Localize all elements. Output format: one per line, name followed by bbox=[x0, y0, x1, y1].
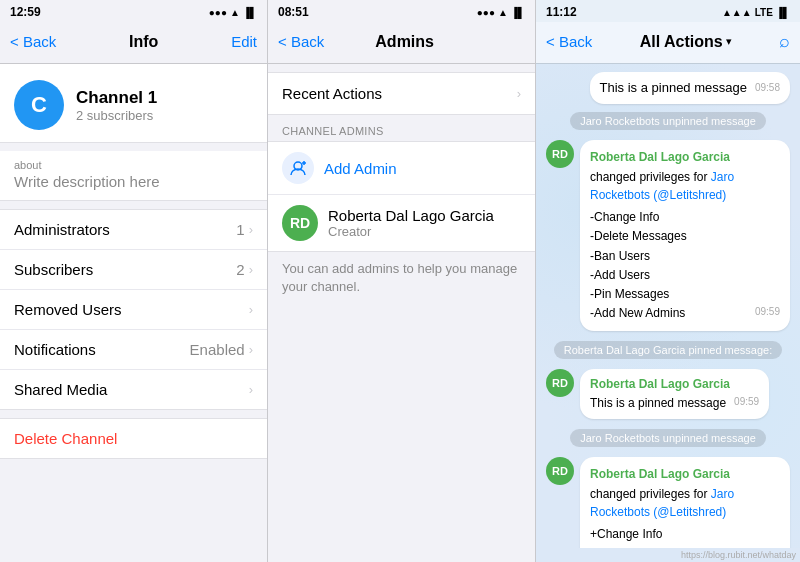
action-link-1: JaroRocketbots (@Letitshred) bbox=[590, 170, 734, 202]
about-value: Write description here bbox=[14, 173, 253, 190]
help-text: You can add admins to help you manage yo… bbox=[268, 252, 535, 306]
battery-icon-3: ▐▌ bbox=[776, 7, 790, 18]
action-time-1: 09:59 bbox=[755, 304, 780, 320]
removed-users-label: Removed Users bbox=[14, 301, 122, 318]
pinned-note-row: RD Roberta Dal Lago Garcia This is a pin… bbox=[546, 369, 790, 419]
status-time-info: 12:59 bbox=[10, 5, 41, 19]
lte-icon: LTE bbox=[755, 7, 773, 18]
status-bar-chat: 11:12 ▲▲▲ LTE ▐▌ bbox=[536, 0, 800, 22]
about-label: about bbox=[14, 159, 253, 171]
system-unpinned-1: Jaro Rocketbots unpinned message bbox=[570, 112, 766, 130]
chevron-recent: › bbox=[517, 86, 521, 101]
nav-title-chat-container[interactable]: All Actions ▾ bbox=[640, 33, 732, 51]
signal-icon-2: ●●● bbox=[477, 7, 495, 18]
channel-admins-header: CHANNEL ADMINS bbox=[268, 115, 535, 141]
privileges-list-2: +Change Info+Delete Messages+Ban Users+A… bbox=[590, 525, 780, 548]
add-admin-item[interactable]: Add Admin bbox=[268, 141, 535, 195]
nav-title-admins: Admins bbox=[375, 33, 434, 51]
wifi-icon: ▲ bbox=[230, 7, 240, 18]
pinned-message-time: 09:58 bbox=[755, 81, 780, 95]
list-item-subscribers[interactable]: Subscribers 2 › bbox=[0, 250, 267, 290]
action-text-1: changed privileges for JaroRocketbots (@… bbox=[590, 168, 780, 204]
status-bar-admins: 08:51 ●●● ▲ ▐▌ bbox=[268, 0, 535, 22]
status-icons-admins: ●●● ▲ ▐▌ bbox=[477, 7, 525, 18]
nav-title-info: Info bbox=[129, 33, 158, 51]
subscribers-count: 2 bbox=[236, 261, 244, 278]
action-sender-1: Roberta Dal Lago Garcia bbox=[590, 148, 780, 166]
list-item-shared-media[interactable]: Shared Media › bbox=[0, 370, 267, 409]
pinned-message-row: This is a pinned message 09:58 bbox=[546, 72, 790, 104]
chevron-icon: › bbox=[249, 222, 253, 237]
delete-channel-button[interactable]: Delete Channel bbox=[0, 418, 267, 459]
action-bubble-2: Roberta Dal Lago Garcia changed privileg… bbox=[580, 457, 790, 548]
pinned-message-text: This is a pinned message bbox=[600, 80, 747, 95]
admin-item-roberta[interactable]: RD Roberta Dal Lago Garcia Creator bbox=[268, 195, 535, 252]
list-item-administrators[interactable]: Administrators 1 › bbox=[0, 210, 267, 250]
status-bar-info: 12:59 ●●● ▲ ▐▌ bbox=[0, 0, 267, 22]
action-link-2: JaroRocketbots (@Letitshred) bbox=[590, 487, 734, 519]
administrators-label: Administrators bbox=[14, 221, 110, 238]
action-text-2: changed privileges for JaroRocketbots (@… bbox=[590, 485, 780, 521]
chat-messages: This is a pinned message 09:58 Jaro Rock… bbox=[536, 64, 800, 548]
recent-actions-item[interactable]: Recent Actions › bbox=[268, 72, 535, 115]
action-block-2: RD Roberta Dal Lago Garcia changed privi… bbox=[546, 457, 790, 548]
panel-chat: 11:12 ▲▲▲ LTE ▐▌ < Back All Actions ▾ ⌕ … bbox=[536, 0, 800, 562]
panel-info: 12:59 ●●● ▲ ▐▌ < Back Info Edit C Channe… bbox=[0, 0, 268, 562]
status-icons-chat: ▲▲▲ LTE ▐▌ bbox=[722, 7, 790, 18]
subscribers-right: 2 › bbox=[236, 261, 253, 278]
administrators-count: 1 bbox=[236, 221, 244, 238]
about-section: about Write description here bbox=[0, 151, 267, 201]
admin-info: Roberta Dal Lago Garcia Creator bbox=[328, 207, 494, 239]
system-pinned-note: Roberta Dal Lago Garcia pinned message: bbox=[554, 341, 783, 359]
list-item-removed-users[interactable]: Removed Users › bbox=[0, 290, 267, 330]
pinned-note-text: This is a pinned message bbox=[590, 396, 726, 410]
notifications-status: Enabled bbox=[190, 341, 245, 358]
action-block-1: RD Roberta Dal Lago Garcia changed privi… bbox=[546, 140, 790, 331]
channel-subscribers: 2 subscribers bbox=[76, 108, 157, 123]
battery-icon-2: ▐▌ bbox=[511, 7, 525, 18]
add-admin-icon bbox=[282, 152, 314, 184]
back-button-info[interactable]: < Back bbox=[10, 33, 56, 50]
administrators-right: 1 › bbox=[236, 221, 253, 238]
removed-users-right: › bbox=[249, 302, 253, 317]
nav-bar-admins: < Back Admins bbox=[268, 22, 535, 64]
status-time-chat: 11:12 bbox=[546, 5, 577, 19]
notifications-label: Notifications bbox=[14, 341, 96, 358]
back-button-admins[interactable]: < Back bbox=[278, 33, 324, 50]
admin-avatar: RD bbox=[282, 205, 318, 241]
wifi-icon-2: ▲ bbox=[498, 7, 508, 18]
channel-name: Channel 1 bbox=[76, 88, 157, 108]
pinned-note-sender: Roberta Dal Lago Garcia bbox=[590, 376, 759, 393]
signal-icon: ●●● bbox=[209, 7, 227, 18]
chevron-icon-5: › bbox=[249, 382, 253, 397]
notifications-right: Enabled › bbox=[190, 341, 253, 358]
profile-section: C Channel 1 2 subscribers bbox=[0, 64, 267, 143]
panel-admins: 08:51 ●●● ▲ ▐▌ < Back Admins Recent Acti… bbox=[268, 0, 536, 562]
nav-bar-chat: < Back All Actions ▾ ⌕ bbox=[536, 22, 800, 64]
chevron-icon-2: › bbox=[249, 262, 253, 277]
add-admin-label[interactable]: Add Admin bbox=[324, 160, 397, 177]
action-bubble-1: Roberta Dal Lago Garcia changed privileg… bbox=[580, 140, 790, 331]
pinned-message-bubble: This is a pinned message 09:58 bbox=[590, 72, 790, 104]
shared-media-label: Shared Media bbox=[14, 381, 107, 398]
system-unpinned-2: Jaro Rocketbots unpinned message bbox=[570, 429, 766, 447]
channel-info: Channel 1 2 subscribers bbox=[76, 88, 157, 123]
info-menu-list: Administrators 1 › Subscribers 2 › Remov… bbox=[0, 209, 267, 410]
channel-avatar: C bbox=[14, 80, 64, 130]
watermark: https://blog.rubit.net/whatday bbox=[536, 548, 800, 562]
nav-title-chat: All Actions bbox=[640, 33, 723, 51]
signal-icon-3: ▲▲▲ bbox=[722, 7, 752, 18]
nav-bar-info: < Back Info Edit bbox=[0, 22, 267, 64]
admin-name: Roberta Dal Lago Garcia bbox=[328, 207, 494, 224]
search-button-chat[interactable]: ⌕ bbox=[779, 31, 790, 52]
subscribers-label: Subscribers bbox=[14, 261, 93, 278]
dropdown-arrow-icon: ▾ bbox=[726, 35, 732, 48]
pinned-note-avatar: RD bbox=[546, 369, 574, 397]
privileges-list-1: -Change Info-Delete Messages-Ban Users-A… bbox=[590, 208, 780, 323]
back-button-chat[interactable]: < Back bbox=[546, 33, 592, 50]
pinned-note-bubble: Roberta Dal Lago Garcia This is a pinned… bbox=[580, 369, 769, 419]
list-item-notifications[interactable]: Notifications Enabled › bbox=[0, 330, 267, 370]
chevron-icon-3: › bbox=[249, 302, 253, 317]
edit-button[interactable]: Edit bbox=[231, 33, 257, 50]
action-avatar-1: RD bbox=[546, 140, 574, 168]
